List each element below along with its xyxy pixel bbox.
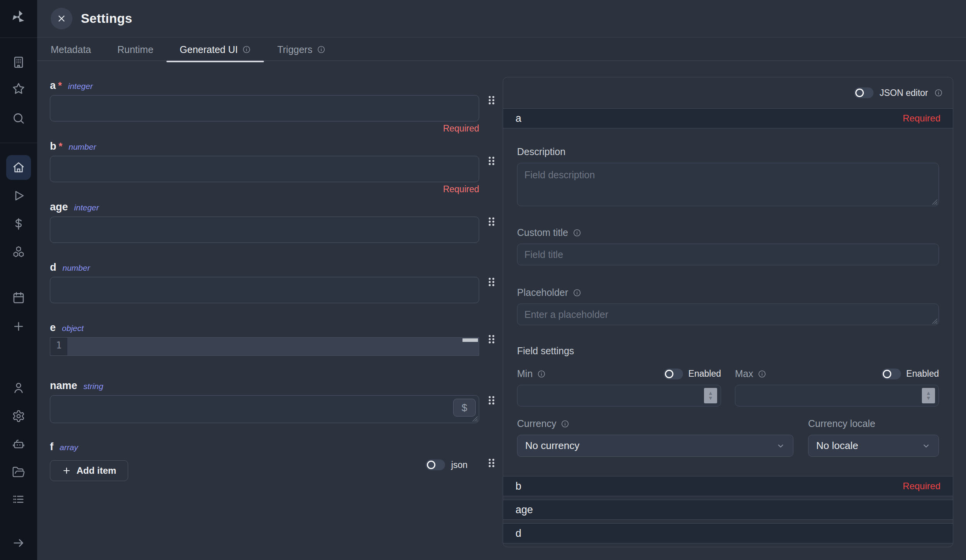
dollar-icon[interactable] xyxy=(6,212,31,236)
number-spinner[interactable]: ▲▼ xyxy=(704,388,717,403)
min-max-settings: Min Enabled ▲▼ xyxy=(517,368,939,406)
info-icon xyxy=(561,420,569,428)
home-icon[interactable] xyxy=(6,155,31,180)
currency-settings: Currency No currency Currency locale No … xyxy=(517,418,939,457)
drag-handle-icon[interactable] xyxy=(486,276,497,289)
min-value-input[interactable] xyxy=(517,385,721,406)
field-type: integer xyxy=(68,82,93,91)
min-label: Min xyxy=(517,368,533,379)
field-type: string xyxy=(84,382,103,391)
placeholder-input[interactable] xyxy=(517,304,939,325)
drag-handle-icon[interactable] xyxy=(486,457,497,470)
field-type: object xyxy=(62,324,84,333)
field-b: b * number Required xyxy=(50,140,479,194)
field-name: d xyxy=(50,261,57,273)
currency-locale-select[interactable]: No locale xyxy=(808,435,939,457)
required-asterisk: * xyxy=(58,80,62,91)
sidebar-divider xyxy=(0,38,37,38)
min-enabled-label: Enabled xyxy=(689,369,721,379)
field-name: name xyxy=(50,380,77,392)
placeholder-label: Placeholder xyxy=(517,287,939,298)
currency-locale-label: Currency locale xyxy=(808,418,939,429)
panel-row-b[interactable]: b Required xyxy=(503,476,953,496)
editor-scrollbar[interactable] xyxy=(462,338,478,342)
info-icon xyxy=(573,229,581,237)
min-enabled-toggle[interactable] xyxy=(664,369,683,379)
add-item-button[interactable]: Add item xyxy=(50,460,128,481)
max-column: Max Enabled ▲▼ xyxy=(735,368,939,406)
close-button[interactable] xyxy=(51,8,72,29)
currency-label: Currency xyxy=(517,418,793,429)
play-icon[interactable] xyxy=(6,183,31,208)
field-name-input[interactable] xyxy=(50,395,479,423)
info-icon xyxy=(317,45,325,54)
drag-handle-icon[interactable] xyxy=(486,216,497,229)
field-d-input[interactable] xyxy=(50,277,479,303)
drag-handle-icon[interactable] xyxy=(486,94,497,108)
max-enabled-toggle[interactable] xyxy=(882,369,901,379)
field-e-code-editor[interactable]: 1 xyxy=(50,337,479,356)
info-icon xyxy=(758,370,766,378)
json-toggle[interactable] xyxy=(426,459,445,470)
tab-bar: Metadata Runtime Generated UI Triggers xyxy=(37,38,966,61)
min-column: Min Enabled ▲▼ xyxy=(517,368,721,406)
field-type: array xyxy=(60,443,78,452)
info-icon xyxy=(934,89,943,97)
field-b-input[interactable] xyxy=(50,156,479,182)
folder-open-icon[interactable] xyxy=(6,460,31,485)
custom-title-input[interactable] xyxy=(517,244,939,265)
tab-metadata[interactable]: Metadata xyxy=(38,38,104,61)
tab-runtime[interactable]: Runtime xyxy=(104,38,166,61)
field-type: number xyxy=(63,263,90,273)
field-a-input[interactable] xyxy=(50,95,479,121)
variable-picker-button[interactable]: $ xyxy=(453,399,476,417)
calendar-icon[interactable] xyxy=(6,285,31,310)
field-age-input[interactable] xyxy=(50,217,479,243)
max-value-input[interactable] xyxy=(735,385,939,406)
field-f: f array Add item json xyxy=(50,441,479,481)
panel-body: Description Custom title Placeholder xyxy=(503,128,953,476)
drag-handle-icon[interactable] xyxy=(486,155,497,168)
required-asterisk: * xyxy=(59,141,63,152)
field-type: integer xyxy=(74,203,99,212)
drag-handle-icon[interactable] xyxy=(486,394,497,408)
panel-row-a[interactable]: a Required xyxy=(503,108,953,128)
panel-row-d[interactable]: d xyxy=(503,523,953,543)
info-icon xyxy=(242,45,251,54)
field-settings-panel: JSON editor a Required Description Custo… xyxy=(503,77,953,547)
search-icon[interactable] xyxy=(6,106,31,131)
field-type: number xyxy=(69,142,96,152)
close-icon xyxy=(57,14,67,24)
field-name: f xyxy=(50,441,53,453)
plus-icon[interactable] xyxy=(6,314,31,339)
json-toggle-label: json xyxy=(451,460,468,470)
field-name: e xyxy=(50,322,56,334)
star-icon[interactable] xyxy=(6,76,31,101)
panel-row-partial[interactable] xyxy=(503,547,953,547)
required-badge: Required xyxy=(903,113,940,124)
tab-generated-ui[interactable]: Generated UI xyxy=(166,38,264,61)
description-input[interactable] xyxy=(517,163,939,206)
info-icon xyxy=(573,289,581,297)
drag-handle-icon[interactable] xyxy=(486,333,497,347)
windmill-logo-icon[interactable] xyxy=(10,9,27,27)
settings-gear-icon[interactable] xyxy=(6,404,31,429)
plus-icon xyxy=(62,466,71,475)
arrow-right-icon[interactable] xyxy=(6,531,31,555)
required-hint: Required xyxy=(50,184,479,194)
currency-select[interactable]: No currency xyxy=(517,435,793,457)
max-enabled-label: Enabled xyxy=(906,369,939,379)
list-icon[interactable] xyxy=(6,487,31,512)
json-editor-toggle[interactable] xyxy=(854,87,874,98)
building-icon[interactable] xyxy=(6,50,31,75)
description-label: Description xyxy=(517,146,939,157)
settings-page: Settings Metadata Runtime Generated UI T… xyxy=(0,0,966,560)
number-spinner[interactable]: ▲▼ xyxy=(922,388,935,403)
field-settings-label: Field settings xyxy=(517,345,939,357)
panel-row-age[interactable]: age xyxy=(503,500,953,520)
boxes-icon[interactable] xyxy=(6,239,31,264)
tab-triggers[interactable]: Triggers xyxy=(264,38,339,61)
user-icon[interactable] xyxy=(6,376,31,400)
bot-icon[interactable] xyxy=(6,432,31,456)
field-d: d number xyxy=(50,261,479,303)
